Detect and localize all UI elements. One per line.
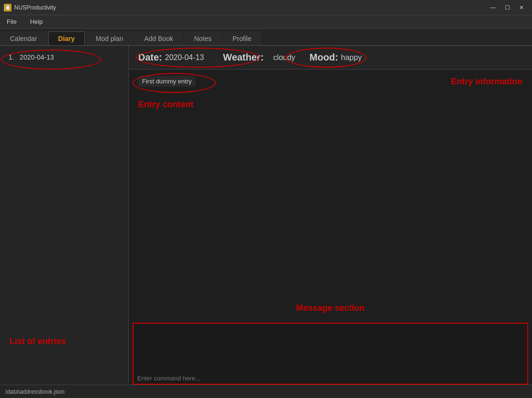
- tab-modplan[interactable]: Mod plan: [86, 31, 133, 45]
- tab-bar: Calendar Diary Mod plan Add Book Notes P…: [0, 29, 532, 46]
- window-controls: — ☐ ✕: [486, 3, 528, 12]
- message-section-label: Message section: [129, 298, 532, 318]
- entry-info-bar: Date: 2020-04-13 Weather: cloudy Mood: h…: [129, 46, 532, 70]
- tab-profile[interactable]: Profile: [223, 31, 262, 45]
- maximize-button[interactable]: ☐: [501, 3, 514, 12]
- tab-notes[interactable]: Notes: [184, 31, 222, 45]
- date-label: Date:: [138, 52, 162, 63]
- command-output: [133, 324, 527, 373]
- menu-help[interactable]: Help: [27, 17, 46, 26]
- status-bar: .\data\addressbook.json: [0, 385, 532, 398]
- app-title: NUSProductivity: [14, 4, 56, 11]
- mood-wrapper: Mood: happy: [309, 52, 362, 63]
- command-area: [133, 323, 528, 385]
- entry-info-annotation: Entry information: [451, 77, 522, 87]
- weather-value: cloudy: [273, 53, 295, 62]
- entry-content-area: Entry information First dummy entry Entr…: [129, 70, 532, 323]
- mood-label: Mood:: [309, 52, 338, 63]
- title-bar-left: 📋 NUSProductivity: [4, 4, 56, 11]
- date-info-wrapper: Date: 2020-04-13: [138, 52, 204, 63]
- entry-index: 1.: [9, 53, 14, 61]
- date-value: 2020-04-13: [165, 53, 204, 62]
- main-container: 1. 2020-04-13 List of entries Date: 2020…: [0, 46, 532, 385]
- entry-text: First dummy entry: [138, 76, 195, 87]
- menu-file[interactable]: File: [4, 17, 20, 26]
- entry-content-label: Entry content: [138, 100, 522, 110]
- minimize-button[interactable]: —: [486, 3, 500, 12]
- app-icon: 📋: [4, 4, 11, 11]
- sidebar-entry-1[interactable]: 1. 2020-04-13: [5, 51, 123, 64]
- sidebar: 1. 2020-04-13 List of entries: [0, 46, 129, 385]
- close-button[interactable]: ✕: [515, 3, 528, 12]
- content-area: Date: 2020-04-13 Weather: cloudy Mood: h…: [129, 46, 532, 385]
- entry-date: 2020-04-13: [20, 53, 54, 61]
- tab-diary[interactable]: Diary: [48, 31, 85, 45]
- tab-addbook[interactable]: Add Book: [134, 31, 183, 45]
- title-bar: 📋 NUSProductivity — ☐ ✕: [0, 0, 532, 15]
- entry-content-box: First dummy entry: [138, 77, 195, 85]
- list-of-entries-label: List of entries: [10, 337, 66, 347]
- mood-value: happy: [341, 53, 362, 62]
- command-input[interactable]: [133, 373, 527, 384]
- menu-bar: File Help: [0, 15, 532, 29]
- weather-label: Weather:: [223, 52, 264, 63]
- status-path: .\data\addressbook.json: [4, 388, 64, 395]
- tab-calendar[interactable]: Calendar: [0, 31, 47, 45]
